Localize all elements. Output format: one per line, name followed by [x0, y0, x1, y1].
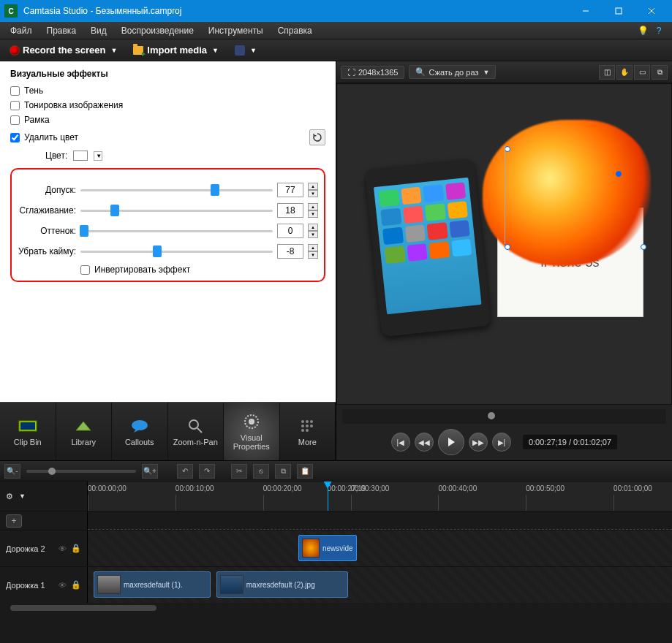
add-track-button[interactable]: +: [6, 514, 22, 528]
dimensions-chip[interactable]: ⛶2048x1365: [341, 66, 404, 79]
rewind-button[interactable]: ◀◀: [415, 433, 434, 452]
tolerance-slider[interactable]: [80, 183, 273, 197]
zoom-slider[interactable]: [26, 470, 136, 473]
hue-up[interactable]: ▲: [308, 224, 318, 231]
lock-icon[interactable]: 🔒: [71, 580, 81, 590]
paste-icon[interactable]: 📋: [297, 464, 313, 479]
defringe-slider[interactable]: [80, 245, 273, 258]
slider-thumb[interactable]: [110, 205, 119, 216]
ruler-tick: 00:00:00;00: [88, 484, 127, 492]
help-icon[interactable]: ?: [653, 25, 665, 37]
hue-slider[interactable]: [80, 224, 273, 237]
tab-label: Library: [71, 438, 96, 446]
resize-handle[interactable]: [505, 146, 510, 152]
playhead[interactable]: [328, 482, 328, 511]
tab-more[interactable]: More: [280, 403, 336, 460]
tips-icon[interactable]: 💡: [637, 25, 649, 37]
clip-maxres1[interactable]: maxresdefault (1).: [94, 571, 211, 598]
timeline-ruler[interactable]: 00:00:00;0000:00:10;0000:00:20;0000:00:2…: [88, 482, 672, 511]
tint-checkbox[interactable]: [10, 101, 20, 110]
menu-file[interactable]: Файл: [3, 23, 39, 38]
defringe-up[interactable]: ▲: [308, 244, 318, 251]
shrink-button[interactable]: 🔍Сжать до раз▼: [409, 65, 496, 79]
color-dropdown[interactable]: ▼: [94, 151, 102, 161]
maximize-button[interactable]: [602, 0, 635, 22]
hue-down[interactable]: ▼: [308, 231, 318, 238]
tolerance-down[interactable]: ▼: [308, 190, 318, 197]
reset-button[interactable]: [309, 129, 325, 145]
record-screen-button[interactable]: Record the screen ▼: [4, 42, 123, 58]
softness-slider[interactable]: [80, 204, 273, 217]
menu-edit[interactable]: Правка: [39, 23, 84, 38]
produce-button[interactable]: ▼: [229, 43, 263, 58]
tolerance-value[interactable]: [277, 183, 303, 197]
tolerance-label: Допуск:: [18, 185, 76, 195]
slider-thumb[interactable]: [80, 225, 88, 237]
color-swatch[interactable]: [73, 151, 88, 161]
timeline-options[interactable]: ⚙▼: [0, 482, 88, 511]
border-label: Рамка: [24, 115, 50, 125]
ruler-tick: 00:00:10;00: [175, 484, 214, 492]
scrub-thumb[interactable]: [488, 412, 495, 419]
detach-icon[interactable]: ⧉: [652, 65, 668, 80]
defringe-down[interactable]: ▼: [308, 251, 318, 259]
track2-header[interactable]: Дорожка 2 👁 🔒: [0, 530, 88, 566]
rotate-handle[interactable]: [505, 244, 510, 250]
timeline-scrollbar[interactable]: [0, 603, 672, 613]
defringe-value[interactable]: [277, 244, 303, 259]
invert-checkbox[interactable]: [80, 265, 90, 275]
tab-zoom-pan[interactable]: Zoom-n-Pan: [168, 403, 224, 460]
minimize-button[interactable]: [569, 0, 602, 22]
preview-canvas[interactable]: iPhone 5s: [336, 83, 672, 405]
svg-point-13: [310, 420, 313, 423]
fullscreen-icon[interactable]: ▭: [634, 65, 650, 80]
tab-clip-bin[interactable]: Clip Bin: [0, 403, 56, 460]
track2-body[interactable]: newsvide: [88, 530, 672, 566]
import-media-button[interactable]: Import media ▼: [127, 42, 224, 58]
cut-icon[interactable]: ✂: [231, 464, 247, 479]
track1-body[interactable]: maxresdefault (1). maxresdefault (2).jpg: [88, 567, 672, 603]
zoom-out-icon[interactable]: 🔍-: [4, 464, 20, 479]
forward-button[interactable]: ▶▶: [469, 433, 488, 452]
next-button[interactable]: ▶|: [492, 433, 511, 452]
menu-view[interactable]: Вид: [83, 23, 114, 38]
play-button[interactable]: [438, 429, 464, 455]
track1-header[interactable]: Дорожка 1 👁 🔒: [0, 567, 88, 603]
resize-handle[interactable]: [641, 244, 646, 250]
redo-icon[interactable]: ↷: [199, 464, 215, 479]
crop-icon[interactable]: ◫: [599, 65, 615, 80]
tab-library[interactable]: Library: [56, 403, 113, 460]
ruler-tick: 00:00:50;00: [526, 484, 565, 492]
track-label: Дорожка 1: [6, 581, 45, 590]
zoom-thumb[interactable]: [48, 468, 56, 475]
softness-up[interactable]: ▲: [308, 203, 318, 210]
clip-maxres2[interactable]: maxresdefault (2).jpg: [216, 571, 348, 598]
remove-color-checkbox[interactable]: [10, 133, 20, 142]
tab-callouts[interactable]: Callouts: [112, 403, 168, 460]
split-icon[interactable]: ⎋: [253, 464, 269, 479]
tolerance-up[interactable]: ▲: [308, 183, 318, 190]
hue-value[interactable]: [277, 224, 303, 238]
eye-icon[interactable]: 👁: [58, 581, 67, 590]
preview-scrubber[interactable]: [342, 409, 666, 424]
eye-icon[interactable]: 👁: [58, 544, 67, 553]
menu-playback[interactable]: Воспроизведение: [114, 23, 201, 38]
menu-help[interactable]: Справка: [271, 23, 320, 38]
lock-icon[interactable]: 🔒: [71, 544, 81, 553]
softness-value[interactable]: [277, 203, 303, 218]
slider-thumb[interactable]: [153, 246, 162, 257]
menu-tools[interactable]: Инструменты: [201, 23, 271, 38]
clip-newsvideo[interactable]: newsvide: [298, 535, 357, 561]
copy-icon[interactable]: ⧉: [275, 464, 291, 479]
undo-icon[interactable]: ↶: [177, 464, 193, 479]
zoom-in-icon[interactable]: 🔍+: [142, 464, 158, 479]
close-button[interactable]: [635, 0, 668, 22]
prev-button[interactable]: |◀: [391, 433, 410, 452]
pan-icon[interactable]: ✋: [616, 65, 633, 80]
softness-down[interactable]: ▼: [308, 210, 318, 218]
slider-thumb[interactable]: [211, 184, 219, 196]
border-checkbox[interactable]: [10, 115, 20, 125]
pivot-handle[interactable]: [616, 171, 622, 177]
shadow-checkbox[interactable]: [10, 86, 20, 96]
tab-visual-properties[interactable]: Visual Properties: [224, 403, 280, 460]
